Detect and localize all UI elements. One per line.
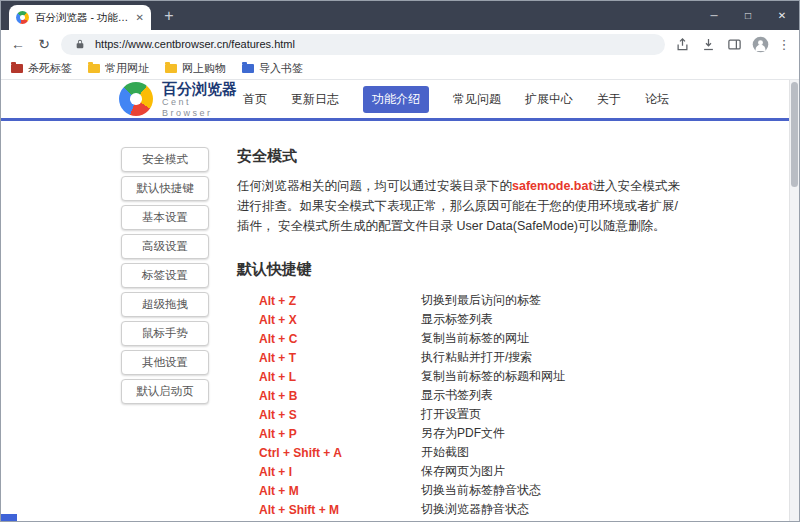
shortcut-desc: 开始截图 bbox=[421, 444, 469, 461]
sidebar-item-safe-mode[interactable]: 安全模式 bbox=[121, 147, 209, 172]
shortcut-key: Alt + P bbox=[259, 427, 421, 441]
shortcut-key: Alt + L bbox=[259, 370, 421, 384]
import-icon bbox=[242, 64, 254, 73]
shortcut-key: Alt + X bbox=[259, 313, 421, 327]
tab-strip: 百分浏览器 - 功能介绍 ✕ + ─ □ ✕ bbox=[1, 1, 799, 30]
shortcut-row: Alt + Z切换到最后访问的标签 bbox=[237, 291, 697, 310]
sidebar-item-basic-settings[interactable]: 基本设置 bbox=[121, 205, 209, 230]
shortcut-desc: 显示书签列表 bbox=[421, 387, 493, 404]
page-scrollbar[interactable] bbox=[789, 80, 799, 521]
nav-item-changelog[interactable]: 更新日志 bbox=[291, 91, 339, 108]
minimize-button[interactable]: ─ bbox=[697, 1, 731, 30]
sidebar-item-shortcuts[interactable]: 默认快捷键 bbox=[121, 176, 209, 201]
shortcut-row: Alt + Shift + M切换浏览器静音状态 bbox=[237, 500, 697, 519]
safe-mode-paragraph: 任何浏览器相关的问题，均可以通过安装目录下的safemode.bat进入安全模式… bbox=[237, 176, 689, 236]
maximize-button[interactable]: □ bbox=[731, 1, 765, 30]
nav-item-home[interactable]: 首页 bbox=[243, 91, 267, 108]
browser-window: 百分浏览器 - 功能介绍 ✕ + ─ □ ✕ ← ↻ https://www.c… bbox=[0, 0, 800, 522]
bookmark-label: 常用网址 bbox=[105, 61, 149, 76]
folder-icon bbox=[165, 64, 177, 73]
sidebar-item-startup-page[interactable]: 默认启动页 bbox=[121, 379, 209, 404]
close-window-button[interactable]: ✕ bbox=[765, 1, 799, 30]
url-text: https://www.centbrowser.cn/features.html bbox=[95, 38, 295, 50]
download-icon[interactable] bbox=[699, 35, 717, 53]
shortcut-key: Alt + M bbox=[259, 484, 421, 498]
shortcut-key: Alt + S bbox=[259, 408, 421, 422]
bookmark-shopping[interactable]: 网上购物 bbox=[165, 61, 226, 76]
bookmark-icon bbox=[11, 64, 23, 73]
nav-item-faq[interactable]: 常见问题 bbox=[453, 91, 501, 108]
shortcut-desc: 复制当前标签的网址 bbox=[421, 330, 529, 347]
web-page: 百分浏览器 Cent Browser 首页 更新日志 功能介绍 常见问题 扩展中… bbox=[1, 80, 799, 521]
shortcut-desc: 打开设置页 bbox=[421, 406, 481, 423]
shortcut-row: Alt + I保存网页为图片 bbox=[237, 462, 697, 481]
bookmark-common-sites[interactable]: 常用网址 bbox=[88, 61, 149, 76]
bookmark-import[interactable]: 导入书签 bbox=[242, 61, 303, 76]
profile-avatar[interactable] bbox=[751, 35, 769, 53]
window-controls: ─ □ ✕ bbox=[697, 1, 799, 30]
bookmark-label: 网上购物 bbox=[182, 61, 226, 76]
nav-item-extensions[interactable]: 扩展中心 bbox=[525, 91, 573, 108]
feature-sidebar: 安全模式 默认快捷键 基本设置 高级设置 标签设置 超级拖拽 鼠标手势 其他设置… bbox=[121, 147, 209, 521]
tab-close-icon[interactable]: ✕ bbox=[136, 12, 144, 23]
cent-logo-icon[interactable] bbox=[119, 82, 153, 116]
page-content: 安全模式 默认快捷键 基本设置 高级设置 标签设置 超级拖拽 鼠标手势 其他设置… bbox=[1, 121, 799, 521]
shortcut-row: Alt + B显示书签列表 bbox=[237, 386, 697, 405]
shortcut-row: Alt + L复制当前标签的标题和网址 bbox=[237, 367, 697, 386]
shortcut-key: Alt + Z bbox=[259, 294, 421, 308]
menu-icon[interactable]: ⋮ bbox=[777, 37, 791, 52]
bookmarks-bar: 杀死标签 常用网址 网上购物 导入书签 bbox=[1, 58, 799, 80]
new-tab-button[interactable]: + bbox=[157, 4, 181, 28]
sidebar-item-mouse-gesture[interactable]: 鼠标手势 bbox=[121, 321, 209, 346]
brand-block: 百分浏览器 Cent Browser bbox=[162, 80, 243, 119]
side-panel-icon[interactable] bbox=[725, 35, 743, 53]
shortcut-desc: 切换浏览器静音状态 bbox=[421, 501, 529, 518]
shortcut-row: Alt + T执行粘贴并打开/搜索 bbox=[237, 348, 697, 367]
shortcut-row: Alt + C复制当前标签的网址 bbox=[237, 329, 697, 348]
shortcut-row: Alt + X显示标签列表 bbox=[237, 310, 697, 329]
browser-toolbar: ← ↻ https://www.centbrowser.cn/features.… bbox=[1, 30, 799, 58]
shortcut-key: Alt + B bbox=[259, 389, 421, 403]
shortcut-row: Alt + G(使用识图引擎搜索当前图片) bbox=[237, 519, 697, 521]
paragraph-text: 任何浏览器相关的问题，均可以通过安装目录下的 bbox=[237, 179, 512, 193]
nav-item-about[interactable]: 关于 bbox=[597, 91, 621, 108]
shortcut-desc: 显示标签列表 bbox=[421, 311, 493, 328]
tab-title: 百分浏览器 - 功能介绍 bbox=[35, 11, 130, 25]
folder-icon bbox=[88, 64, 100, 73]
site-header: 百分浏览器 Cent Browser 首页 更新日志 功能介绍 常见问题 扩展中… bbox=[1, 80, 799, 121]
shortcut-desc: (使用识图引擎搜索当前图片) bbox=[421, 520, 573, 521]
bookmark-label: 杀死标签 bbox=[28, 61, 72, 76]
nav-item-forum[interactable]: 论坛 bbox=[645, 91, 669, 108]
browser-tab[interactable]: 百分浏览器 - 功能介绍 ✕ bbox=[9, 5, 151, 30]
sidebar-item-advanced-settings[interactable]: 高级设置 bbox=[121, 234, 209, 259]
shortcut-key: Alt + T bbox=[259, 351, 421, 365]
shortcut-key: Alt + I bbox=[259, 465, 421, 479]
site-nav: 首页 更新日志 功能介绍 常见问题 扩展中心 关于 论坛 bbox=[243, 86, 669, 113]
scrollbar-thumb[interactable] bbox=[791, 82, 798, 187]
shortcut-desc: 执行粘贴并打开/搜索 bbox=[421, 349, 532, 366]
shortcut-row: Alt + S打开设置页 bbox=[237, 405, 697, 424]
sidebar-item-tab-settings[interactable]: 标签设置 bbox=[121, 263, 209, 288]
reload-icon[interactable]: ↻ bbox=[35, 37, 53, 51]
sidebar-item-super-drag[interactable]: 超级拖拽 bbox=[121, 292, 209, 317]
brand-subtitle: Cent Browser bbox=[162, 97, 243, 119]
shortcut-desc: 保存网页为图片 bbox=[421, 463, 505, 480]
shortcut-desc: 切换到最后访问的标签 bbox=[421, 292, 541, 309]
shortcut-row: Ctrl + Shift + A开始截图 bbox=[237, 443, 697, 462]
cent-favicon-icon bbox=[16, 11, 29, 24]
shortcut-key: Ctrl + Shift + A bbox=[259, 446, 421, 460]
shortcut-desc: 另存为PDF文件 bbox=[421, 425, 505, 442]
bookmark-kill-tabs[interactable]: 杀死标签 bbox=[11, 61, 72, 76]
shortcut-desc: 复制当前标签的标题和网址 bbox=[421, 368, 565, 385]
bookmark-label: 导入书签 bbox=[259, 61, 303, 76]
feature-main: 安全模式 任何浏览器相关的问题，均可以通过安装目录下的safemode.bat进… bbox=[237, 147, 697, 521]
shortcut-row: Alt + P另存为PDF文件 bbox=[237, 424, 697, 443]
back-icon[interactable]: ← bbox=[9, 37, 27, 51]
address-bar[interactable]: https://www.centbrowser.cn/features.html bbox=[61, 34, 665, 55]
status-bubble bbox=[1, 514, 17, 521]
nav-item-features[interactable]: 功能介绍 bbox=[363, 86, 429, 113]
brand-name: 百分浏览器 bbox=[162, 80, 243, 97]
safemode-bat-text: safemode.bat bbox=[512, 179, 593, 193]
sidebar-item-other-settings[interactable]: 其他设置 bbox=[121, 350, 209, 375]
share-icon[interactable] bbox=[673, 35, 691, 53]
